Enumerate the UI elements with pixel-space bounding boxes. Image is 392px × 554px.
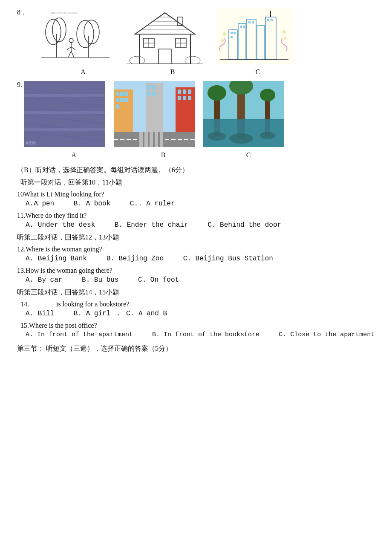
q11-number: 11.: [17, 212, 25, 219]
svg-point-8: [69, 38, 73, 43]
q10-number: 10: [17, 190, 24, 198]
q11-option-a: A. Under the desk: [26, 221, 95, 229]
section-b-instruction: （B）听对话，选择正确答案。每组对话读两遍。（6分）: [17, 166, 375, 175]
svg-rect-84: [152, 92, 156, 96]
q15-text: Where is the post office?: [29, 322, 97, 329]
trees-sketch-icon: http://www.jy135.com: [37, 9, 114, 64]
svg-point-30: [130, 56, 145, 64]
svg-rect-76: [188, 89, 191, 94]
q15-option-b: B. In front of the bookstore: [152, 331, 259, 338]
svg-rect-32: [216, 9, 293, 64]
q14-comma: .: [116, 310, 121, 317]
svg-rect-75: [183, 89, 186, 94]
q15-options: A. In front of the apartment B. In front…: [26, 331, 375, 338]
svg-rect-62: [24, 128, 105, 131]
svg-point-51: [284, 37, 286, 40]
q12-option-c: C. Beijing Bus Station: [183, 255, 273, 263]
svg-rect-61: [24, 111, 105, 114]
q9-label-b: B: [118, 150, 208, 159]
svg-rect-41: [231, 36, 233, 38]
q8-number: 8: [17, 9, 20, 16]
svg-rect-21: [159, 49, 171, 64]
q10-option-c: C.. A ruler: [130, 200, 175, 208]
q13-options: A. By car B. Bu bus C. On foot: [26, 276, 375, 284]
nature-trees-icon: [203, 81, 284, 147]
dialog3-header: 听第三段对话，回答第14，15小题: [17, 288, 375, 297]
q12-option-a: A. Beijing Bank: [26, 255, 87, 263]
svg-rect-87: [144, 132, 148, 147]
q13-text: How is the woman going there?: [26, 267, 112, 274]
q8-image-b: [122, 9, 208, 64]
q14-question: 14.________is looking for a bookstore?: [20, 300, 375, 308]
q11-options: A. Under the desk B. Ender the chair C. …: [26, 221, 375, 229]
svg-rect-85: [114, 132, 195, 147]
svg-rect-70: [120, 98, 124, 102]
city-sketch-icon: [216, 9, 293, 64]
q15-option-a: A. In front of the apartment: [26, 331, 133, 338]
svg-rect-79: [188, 96, 191, 100]
q15-option-c: C. Close to the apartment: [279, 331, 375, 338]
svg-text:http://www.jy135.com: http://www.jy135.com: [50, 11, 77, 14]
svg-rect-69: [116, 98, 119, 102]
svg-rect-77: [178, 96, 181, 100]
svg-point-49: [282, 30, 286, 34]
svg-point-96: [208, 85, 226, 101]
q10-question: 10What is Li Ming looking for?: [17, 190, 375, 198]
svg-text:超图圈: 超图圈: [26, 141, 36, 145]
q8-label-b: B: [126, 66, 219, 76]
svg-rect-60: [24, 94, 105, 97]
q9-label-c: C: [208, 150, 289, 159]
q15-number: 15.: [20, 322, 29, 329]
svg-line-13: [71, 51, 74, 57]
svg-rect-72: [124, 98, 128, 102]
q11-option-c: C. Behind the door: [208, 221, 281, 229]
q13-option-b: B. Bu bus: [82, 276, 118, 284]
q14-option-c: C. A and B: [126, 310, 167, 317]
q13-question: 13.How is the woman going there?: [17, 267, 375, 274]
q8-label-c: C: [219, 66, 296, 76]
section-c-text: 听短文（三遍），选择正确的答案（5分）: [46, 345, 172, 352]
svg-rect-86: [139, 132, 143, 147]
svg-rect-46: [267, 19, 269, 21]
q12-number: 12.: [17, 245, 26, 253]
svg-rect-40: [233, 32, 236, 34]
q9-image-a: 超图圈: [24, 81, 105, 147]
svg-rect-42: [240, 26, 242, 28]
q10-option-b: B. A book: [74, 200, 110, 208]
svg-point-106: [260, 132, 275, 139]
q11-option-b: B. Ender the chair: [115, 221, 188, 229]
section-c-label: 第三节：: [17, 345, 44, 352]
q12-options: A. Beijing Bank B. Beijing Zoo C. Beijin…: [26, 255, 375, 263]
house-sketch-icon: [122, 9, 208, 64]
q14-option-a: A. Bill: [26, 310, 54, 317]
svg-rect-43: [243, 26, 245, 28]
q12-text: Where is the woman going?: [26, 245, 102, 253]
q8-dot: .: [23, 9, 24, 16]
svg-point-31: [185, 56, 200, 64]
city-street-icon: [114, 81, 195, 147]
q13-number: 13.: [17, 267, 26, 274]
q9-label-a: A: [29, 150, 118, 159]
svg-rect-66: [116, 92, 119, 96]
svg-point-102: [208, 132, 226, 141]
q12-question: 12.Where is the woman going?: [17, 245, 375, 253]
q9-image-c: [203, 81, 284, 147]
svg-rect-71: [116, 104, 119, 109]
svg-rect-47: [271, 19, 273, 21]
svg-rect-44: [248, 21, 251, 23]
svg-marker-15: [135, 13, 195, 34]
q15-question: 15.Where is the post office?: [20, 322, 375, 329]
q8-image-a: http://www.jy135.com: [37, 9, 114, 64]
q10-text: What is Li Ming looking for?: [24, 190, 104, 198]
q11-question: 11.Where do they find it?: [17, 212, 375, 219]
q14-options: A. Bill B. A girl . C. A and B: [26, 310, 375, 317]
svg-point-100: [260, 89, 275, 101]
svg-point-3: [52, 18, 66, 42]
svg-line-11: [71, 47, 75, 50]
q11-text: Where do they find it?: [25, 212, 86, 219]
q13-option-c: C. On foot: [138, 276, 179, 284]
svg-rect-81: [147, 85, 150, 89]
road-texture-icon: 超图圈: [24, 81, 105, 147]
svg-rect-88: [150, 132, 153, 147]
svg-point-2: [46, 19, 61, 45]
